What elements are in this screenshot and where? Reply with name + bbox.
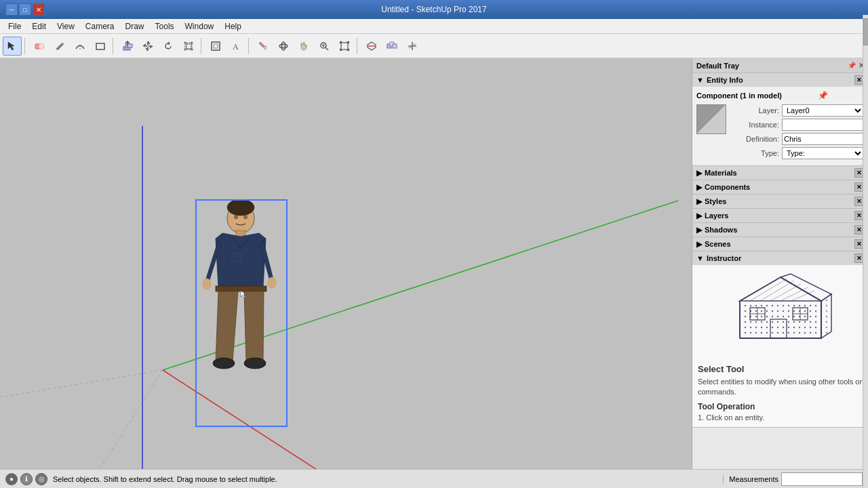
svg-line-35 [0,370,163,397]
paint-tool[interactable] [254,37,273,56]
right-panel: Default Tray 📌 ✕ ▼ Entity Info ✕ Comp [692,58,868,469]
shadows-header[interactable]: ▶ Shadows ✕ [692,223,868,237]
instructor-section: ▼ Instructor ✕ [692,251,868,428]
layer-select[interactable]: Layer0 [782,104,864,117]
definition-input[interactable] [782,133,864,145]
svg-rect-28 [393,44,397,48]
styles-header[interactable]: ▶ Styles ✕ [692,195,868,208]
instance-field: Instance: [732,119,864,131]
rotate-tool[interactable] [159,37,178,56]
layer-field: Layer: Layer0 [732,104,864,117]
main-layout: Default Tray 📌 ✕ ▼ Entity Info ✕ Comp [0,58,868,469]
measurements-input[interactable] [781,472,863,486]
entity-info-header[interactable]: ▼ Entity Info ✕ [692,73,868,87]
entity-info-pin[interactable]: 📌 [818,91,828,100]
tool-operation-title: Tool Operation [698,402,863,411]
toolbar-separator-2 [113,38,115,54]
components-section: ▶ Components ✕ [692,180,868,195]
panel-scroll-area: ▼ Entity Info ✕ Component (1 in model) 📌 [692,73,868,469]
instance-input[interactable] [782,119,864,131]
entity-preview-area: Layer: Layer0 Instance: Definition: [696,104,864,161]
shadows-section: ▶ Shadows ✕ [692,223,868,237]
type-field: Type: Type: [732,147,864,159]
menu-help[interactable]: Help [219,20,247,33]
materials-section: ▶ Materials ✕ [692,166,868,180]
close-button[interactable]: ✕ [33,3,45,16]
pencil-tool[interactable] [50,37,69,56]
rectangle-tool[interactable] [91,37,110,56]
menu-window[interactable]: Window [180,20,220,33]
svg-point-42 [213,358,235,369]
entity-title: Component (1 in model) 📌 [696,91,864,100]
styles-expand-icon: ▶ [696,197,702,206]
panel-scrollbar[interactable] [863,58,868,469]
components-header[interactable]: ▶ Components ✕ [692,180,868,194]
svg-point-46 [243,215,248,220]
instructor-header[interactable]: ▼ Instructor ✕ [692,251,868,265]
text-tool[interactable]: A [226,37,245,56]
shadows-expand-icon: ▶ [696,226,702,235]
svg-rect-15 [214,44,218,48]
status-icon-1[interactable]: ● [5,473,18,485]
menu-view[interactable]: View [52,20,80,33]
layers-section: ▶ Layers ✕ [692,209,868,223]
instructor-collapse-icon: ▼ [696,254,704,262]
select-tool[interactable] [3,37,22,56]
menu-draw[interactable]: Draw [120,20,150,33]
menu-tools[interactable]: Tools [150,20,180,33]
canvas-area[interactable] [0,58,692,469]
tray-title: Default Tray [696,62,739,70]
menu-edit[interactable]: Edit [26,20,52,33]
arc-tool[interactable] [71,37,90,56]
menu-camera[interactable]: Camera [80,20,120,33]
scenes-header[interactable]: ▶ Scenes ✕ [692,237,868,251]
scenes-label: Scenes [705,240,731,248]
scene-svg [0,58,692,469]
layers-label: Layers [705,211,728,220]
type-label: Type: [732,149,779,157]
section-tool[interactable] [362,37,381,56]
scale-tool[interactable] [179,37,198,56]
select-tool-title: Select Tool [698,364,863,374]
orbit-tool[interactable] [274,37,293,56]
layers-header[interactable]: ▶ Layers ✕ [692,209,868,222]
entity-info-section: ▼ Entity Info ✕ Component (1 in model) 📌 [692,73,868,166]
definition-field: Definition: [732,133,864,145]
materials-expand-icon: ▶ [696,169,702,178]
eraser-tool[interactable] [30,37,49,56]
svg-point-12 [184,48,186,50]
svg-rect-8 [186,44,191,49]
zoom-extents-tool[interactable] [335,37,354,56]
status-icon-info[interactable]: ℹ [20,473,33,485]
svg-rect-14 [212,42,220,50]
toolbar-separator-4 [248,38,251,54]
offset-tool[interactable] [206,37,225,56]
svg-rect-24 [341,43,348,49]
instructor-description: Select entities to modify when using oth… [698,377,863,398]
move-tool[interactable] [138,37,157,56]
menu-bar: File Edit View Camera Draw Tools Window … [0,19,868,34]
house-svg [726,270,835,359]
tray-pin-icon[interactable]: 📌 [848,62,856,69]
axes-tool[interactable] [403,37,422,56]
svg-point-11 [191,41,193,43]
layers-expand-icon: ▶ [696,211,702,220]
minimize-button[interactable]: ─ [5,3,18,16]
entity-preview-thumbnail [696,104,726,134]
menu-file[interactable]: File [3,20,26,33]
status-icon-circle[interactable]: ◎ [35,473,47,485]
maximize-button[interactable]: □ [19,3,31,16]
svg-point-40 [268,277,276,288]
materials-label: Materials [705,169,737,177]
zoom-tool[interactable] [315,37,334,56]
svg-line-36 [68,370,163,469]
scenes-expand-icon: ▶ [696,240,702,249]
tray-header: Default Tray 📌 ✕ [692,58,868,73]
svg-point-13 [191,48,193,50]
type-select[interactable]: Type: [782,147,864,159]
materials-header[interactable]: ▶ Materials ✕ [692,166,868,180]
instructor-label: Instructor [707,254,741,262]
push-pull-tool[interactable] [118,37,137,56]
component-tool[interactable] [382,37,401,56]
pan-tool[interactable] [294,37,313,56]
